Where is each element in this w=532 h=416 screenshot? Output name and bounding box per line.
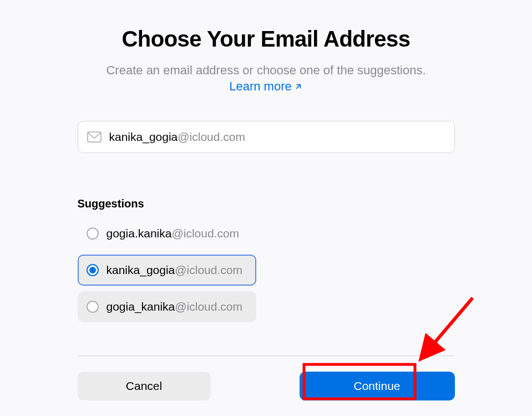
- page-title: Choose Your Email Address: [78, 27, 455, 52]
- suggestion-label: kanika_gogia@icloud.com: [107, 263, 242, 277]
- email-value: kanika_gogia@icloud.com: [109, 130, 245, 144]
- suggestion-item[interactable]: gogia.kanika@icloud.com: [78, 218, 256, 249]
- radio-icon: [87, 301, 99, 313]
- suggestion-domain: @icloud.com: [175, 300, 242, 313]
- footer-buttons: Cancel Continue: [78, 372, 455, 400]
- suggestion-domain: @icloud.com: [175, 263, 242, 276]
- suggestion-label: gogia_kanika@icloud.com: [107, 300, 242, 313]
- radio-icon: [87, 227, 99, 240]
- cancel-button[interactable]: Cancel: [78, 372, 211, 400]
- email-field-wrap: kanika_gogia@icloud.com: [78, 121, 455, 153]
- suggestion-local: gogia_kanika: [107, 300, 175, 313]
- svg-line-0: [296, 85, 300, 89]
- suggestion-item[interactable]: kanika_gogia@icloud.com: [78, 255, 256, 286]
- email-local: kanika_gogia: [109, 130, 178, 143]
- email-input[interactable]: kanika_gogia@icloud.com: [78, 121, 455, 153]
- suggestion-item[interactable]: gogia_kanika@icloud.com: [78, 291, 256, 322]
- radio-icon: [87, 264, 99, 276]
- suggestion-label: gogia.kanika@icloud.com: [107, 227, 240, 240]
- learn-more-link[interactable]: Learn more: [229, 79, 303, 95]
- suggestion-domain: @icloud.com: [171, 227, 239, 240]
- page-subtitle-wrap: Create an email address or choose one of…: [78, 63, 455, 94]
- suggestion-local: gogia.kanika: [107, 227, 172, 240]
- continue-button[interactable]: Continue: [300, 372, 455, 400]
- learn-more-label: Learn more: [229, 79, 292, 95]
- divider: [78, 356, 455, 356]
- external-link-icon: [294, 82, 303, 91]
- suggestions-heading: Suggestions: [78, 197, 455, 210]
- suggestions-list: gogia.kanika@icloud.com kanika_gogia@icl…: [78, 218, 455, 322]
- main-container: Choose Your Email Address Create an emai…: [78, 0, 455, 400]
- envelope-icon: [87, 131, 102, 143]
- page-subtitle: Create an email address or choose one of…: [106, 63, 425, 77]
- suggestion-local: kanika_gogia: [107, 263, 175, 276]
- svg-rect-1: [88, 132, 101, 142]
- email-domain: @icloud.com: [178, 130, 245, 143]
